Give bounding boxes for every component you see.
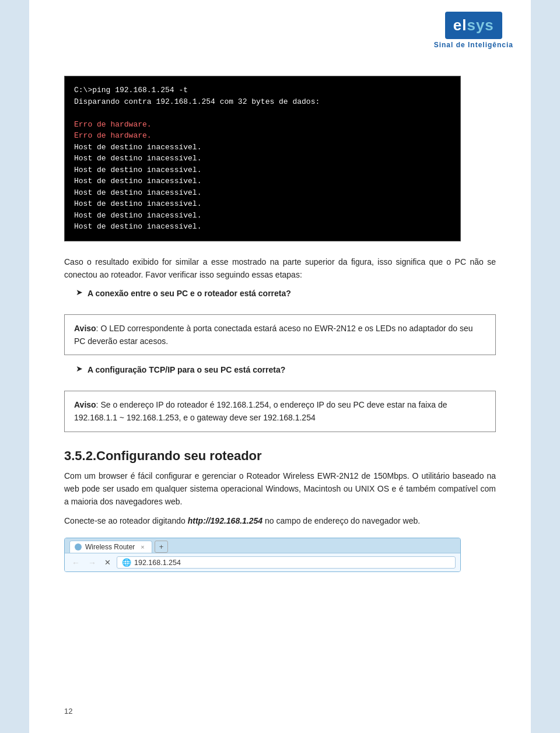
terminal-screenshot: C:\>ping 192.168.1.254 -t Disparando con… [64, 76, 461, 241]
browser-tab[interactable]: Wireless Router × [69, 541, 152, 553]
notice2-text: : Se o endereço IP do roteador é 192.168… [74, 400, 447, 422]
logo-el: el [453, 16, 467, 34]
terminal-host-7: Host de destino inacessível. [74, 210, 451, 222]
body-para1: Caso o resultado exibido for similar a e… [64, 255, 496, 282]
notice2-bold: Aviso [74, 400, 96, 409]
terminal-error-2: Erro de hardware. [74, 130, 451, 142]
para3-suffix: no campo de endereço do navegador web. [262, 516, 420, 525]
browser-tab-label: Wireless Router [85, 543, 135, 551]
terminal-line-2: Disparando contra 192.168.1.254 com 32 b… [74, 96, 451, 108]
stop-button[interactable]: ✕ [102, 557, 113, 567]
arrow-label-1: A conexão entre o seu PC e o roteador es… [88, 287, 291, 300]
logo-text: elsys [453, 16, 494, 34]
terminal-host-8: Host de destino inacessível. [74, 221, 451, 233]
arrow-item-2: ➤ A configuração TCP/IP para o seu PC es… [76, 363, 496, 382]
browser-nav-row: ← → ✕ 🌐 192.168.1.254 [65, 553, 460, 571]
address-url: 192.168.1.254 [134, 559, 181, 567]
browser-tab-row: Wireless Router × + [65, 538, 460, 553]
back-button[interactable]: ← [69, 557, 82, 568]
address-bar[interactable]: 🌐 192.168.1.254 [117, 556, 456, 569]
terminal-host-4: Host de destino inacessível. [74, 176, 451, 187]
logo-subtitle: Sinal de Inteligência [434, 41, 513, 49]
terminal-host-2: Host de destino inacessível. [74, 153, 451, 164]
notice-box-2: Aviso: Se o endereço IP do roteador é 19… [64, 391, 496, 432]
notice-box-1: Aviso: O LED correspondente à porta cone… [64, 314, 496, 356]
terminal-spacer [74, 107, 451, 119]
logo-sys: sys [467, 16, 494, 34]
new-tab-button[interactable]: + [155, 541, 169, 553]
notice1-bold: Aviso [74, 324, 96, 333]
page-number: 12 [64, 707, 72, 716]
terminal-line-0: C:\>ping 192.168.1.254 -t [74, 85, 451, 96]
para3-link: http://192.168.1.254 [188, 516, 262, 525]
logo-box: elsys [445, 12, 502, 39]
terminal-error-1: Erro de hardware. [74, 119, 451, 131]
notice1-text: : O LED correspondente à porta conectada… [74, 324, 473, 346]
terminal-host-1: Host de destino inacessível. [74, 142, 451, 153]
para3-prefix: Conecte-se ao roteador digitando [64, 516, 188, 525]
body-para2: Com um browser é fácil configurar e gere… [64, 469, 496, 508]
tab-favicon-icon [75, 543, 82, 550]
section-title: 3.5.2.Configurando seu roteador [64, 448, 496, 464]
logo-area: elsys Sinal de Inteligência [434, 12, 513, 49]
body-para3: Conecte-se ao roteador digitando http://… [64, 514, 496, 527]
arrow-icon-1: ➤ [76, 287, 83, 297]
terminal-host-3: Host de destino inacessível. [74, 164, 451, 176]
tab-close-button[interactable]: × [141, 543, 144, 550]
arrow-icon-2: ➤ [76, 364, 83, 373]
browser-window: Wireless Router × + ← → ✕ 🌐 192.168.1.25… [64, 538, 461, 572]
terminal-host-5: Host de destino inacessível. [74, 187, 451, 199]
arrow-label-2: A configuração TCP/IP para o seu PC está… [88, 363, 285, 376]
forward-button[interactable]: → [86, 557, 99, 568]
arrow-item-1: ➤ A conexão entre o seu PC e o roteador … [76, 287, 496, 306]
terminal-host-6: Host de destino inacessível. [74, 198, 451, 210]
globe-icon: 🌐 [122, 558, 131, 567]
